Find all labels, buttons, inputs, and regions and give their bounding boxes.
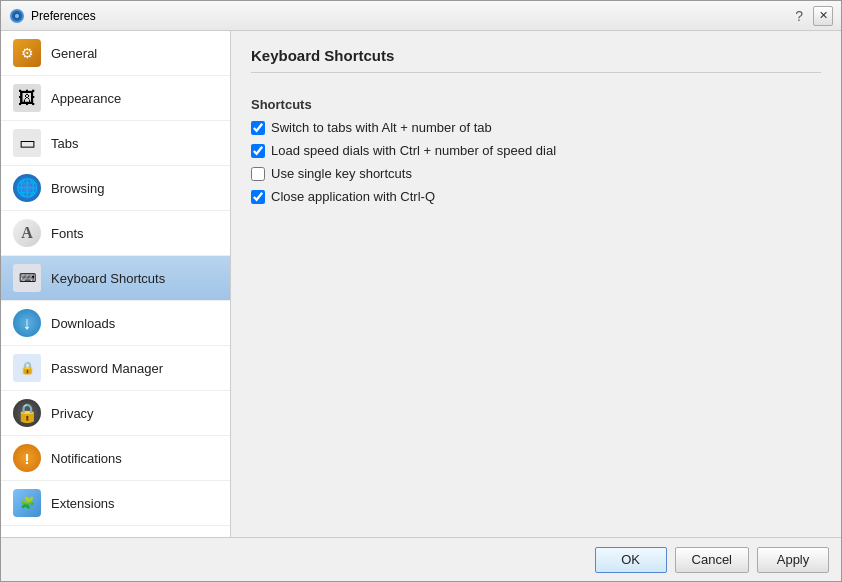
sidebar-item-keyboard-shortcuts[interactable]: ⌨Keyboard Shortcuts xyxy=(1,256,230,301)
sidebar-item-label-general: General xyxy=(51,46,97,61)
section-title: Shortcuts xyxy=(251,97,821,112)
appearance-icon: 🖼 xyxy=(13,84,41,112)
window-icon xyxy=(9,8,25,24)
sidebar-item-label-password-manager: Password Manager xyxy=(51,361,163,376)
notifications-icon: ! xyxy=(13,444,41,472)
downloads-icon: ↓ xyxy=(13,309,41,337)
shortcuts-list: Switch to tabs with Alt + number of tabL… xyxy=(251,120,821,212)
privacy-icon: 🔒 xyxy=(13,399,41,427)
sidebar-item-label-extensions: Extensions xyxy=(51,496,115,511)
sidebar-item-privacy[interactable]: 🔒Privacy xyxy=(1,391,230,436)
shortcut-item-ctrl-speeddial: Load speed dials with Ctrl + number of s… xyxy=(251,143,821,158)
general-icon: ⚙ xyxy=(13,39,41,67)
shortcut-label-ctrl-speeddial: Load speed dials with Ctrl + number of s… xyxy=(271,143,556,158)
sidebar: ⚙General🖼Appearance▭Tabs🌐BrowsingAFonts⌨… xyxy=(1,31,231,537)
shortcut-label-single-key: Use single key shortcuts xyxy=(271,166,412,181)
keyboard-shortcuts-icon: ⌨ xyxy=(13,264,41,292)
sidebar-item-label-fonts: Fonts xyxy=(51,226,84,241)
shortcut-label-alt-tabs: Switch to tabs with Alt + number of tab xyxy=(271,120,492,135)
title-bar: Preferences ? ✕ xyxy=(1,1,841,31)
svg-point-2 xyxy=(15,14,19,18)
sidebar-item-downloads[interactable]: ↓Downloads xyxy=(1,301,230,346)
shortcut-item-alt-tabs: Switch to tabs with Alt + number of tab xyxy=(251,120,821,135)
sidebar-item-label-notifications: Notifications xyxy=(51,451,122,466)
sidebar-item-label-privacy: Privacy xyxy=(51,406,94,421)
shortcut-item-ctrl-q: Close application with Ctrl-Q xyxy=(251,189,821,204)
shortcut-checkbox-single-key[interactable] xyxy=(251,167,265,181)
sidebar-item-label-tabs: Tabs xyxy=(51,136,78,151)
sidebar-item-label-browsing: Browsing xyxy=(51,181,104,196)
sidebar-item-tabs[interactable]: ▭Tabs xyxy=(1,121,230,166)
tabs-icon: ▭ xyxy=(13,129,41,157)
close-button[interactable]: ✕ xyxy=(813,6,833,26)
sidebar-item-extensions[interactable]: 🧩Extensions xyxy=(1,481,230,526)
sidebar-item-spell-check[interactable]: ASpell Check xyxy=(1,526,230,537)
footer: OK Cancel Apply xyxy=(1,537,841,581)
shortcut-checkbox-alt-tabs[interactable] xyxy=(251,121,265,135)
preferences-window: Preferences ? ✕ ⚙General🖼Appearance▭Tabs… xyxy=(0,0,842,582)
sidebar-item-notifications[interactable]: !Notifications xyxy=(1,436,230,481)
sidebar-item-fonts[interactable]: AFonts xyxy=(1,211,230,256)
sidebar-item-appearance[interactable]: 🖼Appearance xyxy=(1,76,230,121)
main-panel: Keyboard Shortcuts Shortcuts Switch to t… xyxy=(231,31,841,537)
shortcut-checkbox-ctrl-speeddial[interactable] xyxy=(251,144,265,158)
cancel-button[interactable]: Cancel xyxy=(675,547,749,573)
content-area: ⚙General🖼Appearance▭Tabs🌐BrowsingAFonts⌨… xyxy=(1,31,841,537)
window-title: Preferences xyxy=(31,9,789,23)
password-manager-icon: 🔒 xyxy=(13,354,41,382)
sidebar-item-label-downloads: Downloads xyxy=(51,316,115,331)
apply-button[interactable]: Apply xyxy=(757,547,829,573)
ok-button[interactable]: OK xyxy=(595,547,667,573)
panel-title: Keyboard Shortcuts xyxy=(251,47,821,73)
shortcut-label-ctrl-q: Close application with Ctrl-Q xyxy=(271,189,435,204)
title-bar-buttons: ? ✕ xyxy=(789,6,833,26)
sidebar-item-general[interactable]: ⚙General xyxy=(1,31,230,76)
sidebar-item-label-keyboard-shortcuts: Keyboard Shortcuts xyxy=(51,271,165,286)
shortcut-checkbox-ctrl-q[interactable] xyxy=(251,190,265,204)
browsing-icon: 🌐 xyxy=(13,174,41,202)
shortcut-item-single-key: Use single key shortcuts xyxy=(251,166,821,181)
help-button[interactable]: ? xyxy=(789,6,809,26)
fonts-icon: A xyxy=(13,219,41,247)
sidebar-item-browsing[interactable]: 🌐Browsing xyxy=(1,166,230,211)
sidebar-item-label-appearance: Appearance xyxy=(51,91,121,106)
extensions-icon: 🧩 xyxy=(13,489,41,517)
sidebar-item-password-manager[interactable]: 🔒Password Manager xyxy=(1,346,230,391)
